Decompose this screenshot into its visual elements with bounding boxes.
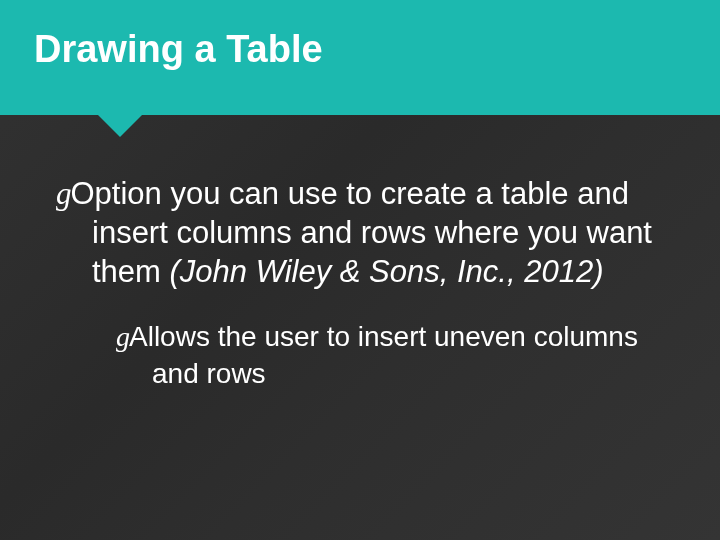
- flourish-icon: g: [56, 176, 69, 211]
- bullet-sub: gAllows the user to insert uneven column…: [116, 319, 680, 392]
- slide-title: Drawing a Table: [34, 28, 720, 71]
- bullet-main-citation: (John Wiley & Sons, Inc., 2012): [170, 254, 604, 289]
- bullet-sub-text: Allows the user to insert uneven columns…: [129, 321, 638, 388]
- header-notch-icon: [98, 115, 142, 137]
- title-header: Drawing a Table: [0, 0, 720, 115]
- bullet-main: gOption you can use to create a table an…: [56, 175, 680, 291]
- flourish-icon: g: [116, 321, 127, 352]
- slide-content: gOption you can use to create a table an…: [0, 115, 720, 392]
